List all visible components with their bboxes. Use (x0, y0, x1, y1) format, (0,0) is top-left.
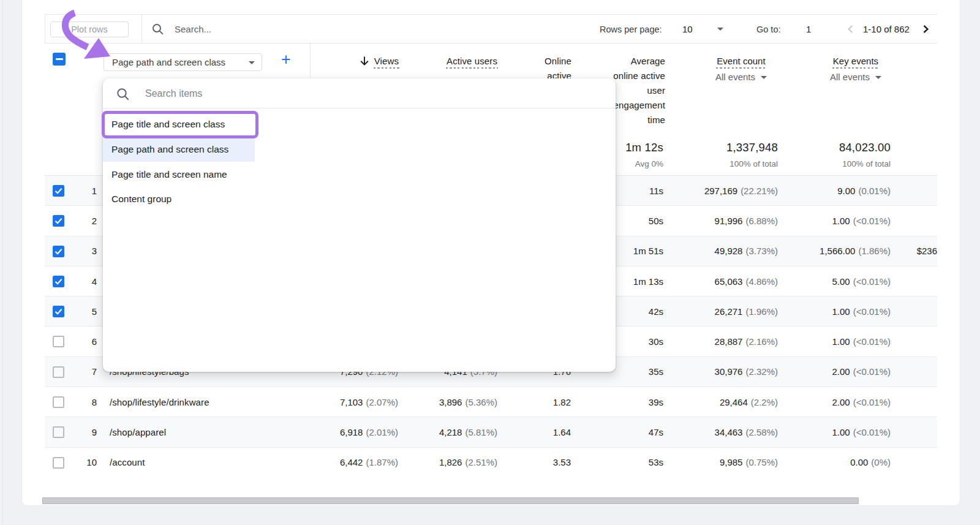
row-number: 2 (92, 206, 97, 235)
row-checkbox[interactable] (53, 426, 64, 438)
column-header-event-count[interactable]: Event count All events (715, 54, 767, 85)
cell-event-count: 9,985(0.75%) (720, 448, 778, 477)
cell-key-events: 1,566.00(1.86%) (820, 236, 891, 266)
cell-event-count: 297,169(22.21%) (704, 176, 778, 205)
cell-total-revenue (914, 448, 937, 477)
menu-item[interactable]: Page title and screen name (103, 162, 227, 187)
add-dimension-button[interactable]: + (281, 50, 291, 69)
cell-total-revenue (914, 176, 937, 205)
next-page-icon[interactable] (921, 25, 930, 34)
event-filter-caret-icon (761, 76, 767, 79)
toolbar-divider (141, 14, 142, 43)
row-dimension: /shop/apparel (110, 417, 166, 447)
cell-avg-engagement: 35s (649, 357, 663, 387)
totals-avg-engagement: 1m 12sAvg 0% (625, 141, 663, 168)
go-to-label: Go to: (756, 25, 781, 34)
row-number: 5 (92, 296, 97, 326)
search-input[interactable]: Search... (175, 24, 211, 34)
cell-total-revenue (914, 417, 937, 447)
cell-event-count: 91,996(6.88%) (715, 206, 778, 235)
row-checkbox[interactable] (53, 246, 64, 257)
row-dimension: /shop/lifestyle/drinkware (110, 387, 209, 417)
cell-active-users: 1,826(2.51%) (439, 448, 497, 477)
go-to-input[interactable]: 1 (806, 24, 811, 34)
row-number: 10 (86, 448, 97, 477)
row-number: 7 (92, 357, 97, 387)
search-icon (152, 23, 164, 35)
cell-key-events: 0.00(0%) (850, 448, 891, 477)
cell-key-events: 1.00(<0.01%) (832, 206, 891, 235)
totals-event-count: 1,337,948100% of total (726, 141, 778, 168)
cell-avg-engagement: 30s (649, 327, 663, 356)
menu-search-icon (116, 88, 129, 100)
table-row: 9/shop/apparel6,918(2.01%)4,218(5.81%)1.… (45, 417, 938, 447)
cell-event-count: 26,271(1.96%) (715, 296, 778, 326)
cell-event-count: 28,887(2.16%) (715, 327, 778, 356)
cell-total-revenue (914, 266, 937, 296)
cell-key-events: 2.00(<0.01%) (832, 387, 891, 417)
pagination-range: 1-10 of 862 (863, 24, 910, 34)
menu-divider (103, 108, 616, 108)
cell-key-events: 1.00(<0.01%) (832, 296, 891, 326)
menu-search-input[interactable]: Search items (145, 88, 202, 99)
row-number: 4 (92, 266, 97, 296)
table-row: 8/shop/lifestyle/drinkware7,103(2.07%)3,… (45, 387, 938, 417)
row-checkbox[interactable] (53, 396, 64, 408)
event-count-filter[interactable]: All events (715, 70, 767, 85)
cell-total-revenue (914, 357, 937, 387)
row-checkbox[interactable] (53, 215, 64, 227)
cell-active-users: 3,896(5.36%) (439, 387, 497, 417)
cell-avg-engagement: 50s (649, 206, 663, 235)
key-events-filter[interactable]: All events (830, 70, 881, 85)
row-checkbox[interactable] (53, 366, 64, 378)
cell-avg-engagement: 39s (649, 387, 663, 417)
row-checkbox[interactable] (53, 276, 64, 287)
cell-online-active: 3.53 (553, 448, 571, 477)
cell-avg-engagement: 53s (649, 448, 663, 477)
cell-key-events: 2.00(<0.01%) (832, 357, 891, 387)
cell-event-count: 65,063(4.86%) (715, 266, 778, 296)
cell-total-revenue (914, 296, 937, 326)
cell-avg-engagement: 42s (649, 296, 663, 326)
check-icon (53, 216, 64, 226)
key-filter-caret-icon (875, 76, 881, 79)
cell-active-users: 4,218(5.81%) (439, 417, 497, 447)
check-icon (53, 246, 64, 257)
row-checkbox[interactable] (53, 306, 64, 317)
column-header-active-users[interactable]: Active users (447, 54, 497, 69)
cell-views: 6,442(1.87%) (340, 448, 398, 477)
column-header-avg-engagement[interactable]: Averageonline activeuserengagementtime (613, 54, 665, 127)
row-number: 3 (92, 236, 97, 266)
column-header-views[interactable]: Views (360, 54, 399, 69)
prev-page-icon[interactable] (846, 25, 855, 34)
cell-online-active: 1.64 (553, 417, 571, 447)
menu-item[interactable]: Content group (103, 187, 172, 212)
row-checkbox[interactable] (53, 185, 64, 197)
row-checkbox[interactable] (53, 336, 64, 347)
dimension-caret-icon (249, 61, 255, 64)
cell-total-revenue (914, 206, 937, 235)
row-number: 9 (92, 417, 97, 447)
horizontal-scrollbar[interactable] (42, 497, 859, 504)
annotation-arrow (37, 0, 135, 74)
row-number: 8 (92, 387, 97, 417)
cell-total-revenue: $236 (914, 236, 937, 266)
rows-per-page-caret-icon[interactable] (717, 28, 723, 31)
ga4-table-screen: Plot rows Search... Rows per page: 10 Go… (0, 0, 980, 525)
cell-avg-engagement: 1m 51s (633, 236, 663, 266)
menu-item[interactable]: Page path and screen class (103, 137, 255, 162)
column-header-key-events[interactable]: Key events All events (830, 54, 881, 85)
sort-desc-icon (360, 56, 369, 66)
cell-event-count: 29,464(2.2%) (720, 387, 778, 417)
cell-key-events: 1.00(<0.01%) (832, 327, 891, 356)
check-icon (53, 276, 64, 287)
row-number: 1 (92, 176, 97, 205)
cell-online-active: 1.82 (553, 387, 571, 417)
cell-avg-engagement: 11s (649, 176, 663, 205)
row-number: 6 (92, 327, 97, 356)
row-checkbox[interactable] (53, 457, 64, 469)
cell-total-revenue (914, 327, 937, 356)
rows-per-page-select[interactable]: 10 (682, 24, 693, 34)
check-icon (53, 186, 64, 196)
cell-avg-engagement: 47s (649, 417, 663, 447)
